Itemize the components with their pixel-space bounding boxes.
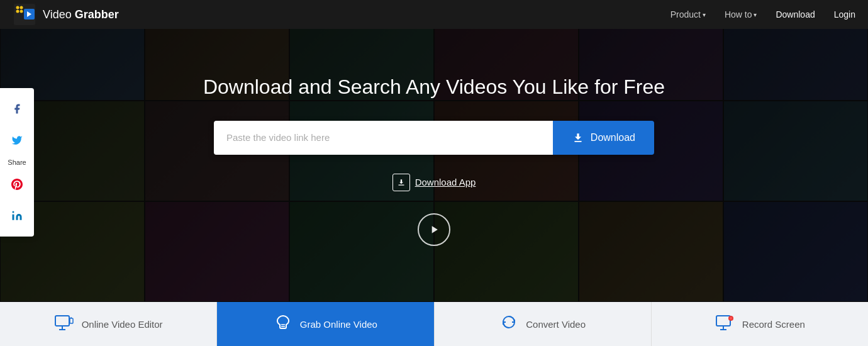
facebook-icon[interactable]: [0, 93, 34, 125]
nav-links: Product ▾ How to ▾ Download Login: [670, 9, 855, 20]
online-video-editor-icon: [54, 313, 74, 335]
svg-point-6: [16, 10, 19, 13]
grab-online-video-label: Grab Online Video: [300, 319, 377, 330]
play-icon: [428, 223, 440, 236]
chevron-down-icon: ▾: [754, 11, 757, 18]
convert-video-icon: [499, 313, 518, 335]
nav-login[interactable]: Login: [834, 9, 855, 20]
convert-video-label: Convert Video: [526, 319, 586, 330]
svg-point-10: [13, 211, 14, 213]
svg-rect-1: [398, 184, 404, 185]
bottom-item-record-screen[interactable]: Record Screen: [652, 302, 868, 346]
record-screen-label: Record Screen: [742, 319, 805, 330]
bottom-item-convert-video[interactable]: Convert Video: [435, 302, 652, 346]
svg-point-7: [20, 10, 23, 13]
nav-product[interactable]: Product ▾: [670, 9, 706, 20]
svg-rect-14: [70, 318, 73, 323]
logo-icon: [13, 3, 36, 26]
record-screen-icon: [715, 313, 735, 335]
twitter-icon[interactable]: [0, 125, 34, 156]
online-video-editor-label: Online Video Editor: [82, 319, 163, 330]
bottom-item-online-video-editor[interactable]: Online Video Editor: [0, 302, 217, 346]
svg-rect-11: [55, 316, 69, 326]
download-app-link[interactable]: Download App: [392, 174, 476, 191]
search-bar: Download: [214, 121, 654, 155]
download-app-label: Download App: [415, 177, 476, 187]
grab-online-video-icon: [274, 313, 292, 335]
hero-section: Download and Search Any Videos You Like …: [0, 0, 868, 302]
linkedin-icon[interactable]: [0, 200, 34, 232]
play-button[interactable]: [418, 213, 450, 246]
nav-howto[interactable]: How to ▾: [725, 9, 757, 20]
social-sidebar: Share: [0, 88, 34, 237]
share-label: Share: [8, 156, 26, 169]
svg-point-5: [20, 6, 23, 9]
download-button[interactable]: Download: [553, 121, 654, 155]
hero-content: Download and Search Any Videos You Like …: [0, 0, 868, 302]
hero-title: Download and Search Any Videos You Like …: [203, 75, 665, 99]
svg-rect-0: [574, 141, 582, 142]
navbar: Video Grabber Product ▾ How to ▾ Downloa…: [0, 0, 868, 29]
svg-rect-19: [716, 316, 730, 326]
logo-area: Video Grabber: [13, 3, 670, 26]
search-input[interactable]: [214, 121, 553, 155]
download-small-icon: [397, 178, 406, 187]
download-icon: [572, 131, 584, 144]
logo-text: Video Grabber: [43, 8, 119, 21]
bottom-bar: Online Video Editor Grab Online Video Co…: [0, 302, 868, 346]
nav-download[interactable]: Download: [776, 9, 815, 20]
svg-point-23: [730, 317, 732, 320]
download-app-box-icon: [392, 174, 410, 191]
pinterest-icon[interactable]: [0, 169, 34, 200]
bottom-item-grab-online-video[interactable]: Grab Online Video: [217, 302, 434, 346]
chevron-down-icon: ▾: [703, 11, 706, 18]
svg-point-4: [16, 6, 19, 9]
